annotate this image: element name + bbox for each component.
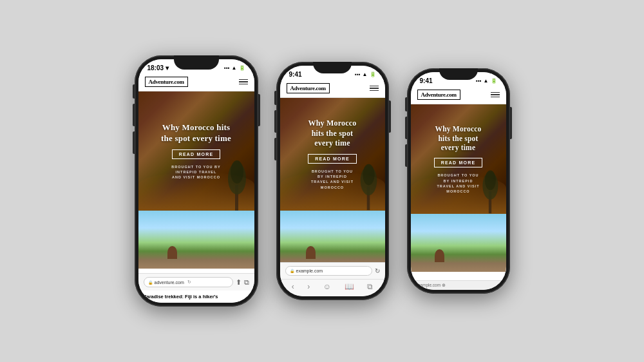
landscape-center (280, 211, 385, 262)
content-center (280, 211, 385, 262)
bottom-bar-center: 🔒 example.com ↻ (280, 262, 385, 279)
share-left[interactable]: ⬆ (236, 278, 242, 287)
tabs-center[interactable]: ⧉ (367, 282, 373, 291)
hero-overlay-center: Why Moroccohits the spotevery time READ … (280, 98, 385, 211)
bottom-bar-left: 🔒 adventure.com ↻ ⬆ ⧉ (138, 273, 254, 291)
refresh-center[interactable]: ↻ (375, 267, 380, 274)
lock-icon-left: 🔒 (148, 280, 153, 285)
screen-left: 18:03 ▾ ▪▪▪ ▲ 🔋 Adventure.com (138, 59, 254, 303)
emoji-center[interactable]: ☺ (323, 282, 331, 291)
nav-bar-center: Adventure.com (280, 81, 385, 98)
bottom-address-right: example.com ⊕ (411, 280, 506, 290)
book-center[interactable]: 📖 (345, 282, 354, 291)
hamburger-right[interactable] (491, 92, 500, 98)
notch-center (313, 62, 352, 73)
status-icons-center: ▪▪▪ ▲ 🔋 (355, 71, 375, 77)
notch-left (174, 55, 219, 70)
phone-center-wrapper: 9:41 ▪▪▪ ▲ 🔋 Adventure.com (276, 62, 389, 300)
hero-overlay-left: Why Morocco hitsthe spot every time READ… (138, 91, 254, 211)
hero-left: Why Morocco hitsthe spot every time READ… (138, 91, 254, 211)
mute-button-left (133, 84, 135, 99)
safari-toolbar-center: ‹ › ☺ 📖 ⧉ (280, 279, 385, 296)
tabs-left[interactable]: ⧉ (244, 278, 249, 287)
lock-icon-center: 🔒 (290, 269, 294, 273)
mute-button-right (405, 97, 407, 111)
forward-center[interactable]: › (307, 282, 310, 291)
address-text-left: adventure.com (155, 280, 184, 285)
power-button-center (389, 100, 391, 133)
hamburger-left[interactable] (239, 79, 248, 85)
back-center[interactable]: ‹ (292, 282, 294, 291)
notch-right (439, 68, 478, 80)
brought-by-right: BROUGHT TO YOUBY INTREPIDTRAVEL AND VISI… (437, 173, 479, 194)
nav-bar-left: Adventure.com (138, 74, 254, 91)
read-more-center[interactable]: READ MORE (308, 154, 357, 164)
address-text-right: example.com ⊕ (416, 283, 446, 287)
read-more-left[interactable]: READ MORE (172, 149, 221, 159)
screen-center: 9:41 ▪▪▪ ▲ 🔋 Adventure.com (280, 66, 385, 296)
address-bar-left[interactable]: 🔒 adventure.com ↻ (144, 277, 233, 287)
power-button-left (258, 94, 260, 126)
status-icons-right: ▪▪▪ ▲ 🔋 (476, 78, 497, 84)
brought-by-left: BROUGHT TO YOU BYINTREPID TRAVELAND VISI… (171, 164, 220, 180)
brought-by-center: BROUGHT TO YOUBY INTREPIDTRAVEL AND VISI… (311, 169, 354, 190)
vol-up-right (405, 117, 407, 139)
vol-down-right (405, 144, 407, 167)
phone-center: 9:41 ▪▪▪ ▲ 🔋 Adventure.com (276, 62, 389, 300)
bottom-text-left: Paradise trekked: Fiji is a hiker's (138, 291, 254, 303)
status-icons-left: ▪▪▪ ▲ 🔋 (224, 65, 245, 71)
mute-button-center (274, 91, 276, 105)
vol-down-left (133, 131, 135, 154)
read-more-right[interactable]: READ MORE (434, 158, 483, 167)
nav-bar-right: Adventure.com (411, 87, 506, 104)
vol-up-left (133, 104, 135, 126)
screen-right: 9:41 ▪▪▪ ▲ 🔋 Adventure.com (411, 72, 506, 290)
hero-title-center: Why Moroccohits the spotevery time (308, 119, 357, 149)
vol-down-center (274, 138, 276, 160)
phone-left: 18:03 ▾ ▪▪▪ ▲ 🔋 Adventure.com (135, 55, 258, 307)
landscape-left (138, 211, 254, 269)
phone-right-wrapper: 9:41 ▪▪▪ ▲ 🔋 Adventure.com (407, 68, 510, 294)
time-left: 18:03 ▾ (147, 64, 169, 71)
hero-right: Why Moroccohits the spotevery time READ … (411, 104, 506, 214)
hero-title-right: Why Moroccohits the spotevery time (435, 124, 482, 153)
content-right (411, 214, 506, 280)
hamburger-center[interactable] (370, 86, 379, 91)
logo-right: Adventure.com (417, 90, 460, 100)
reload-left: ↻ (187, 280, 191, 285)
phone-left-wrapper: 18:03 ▾ ▪▪▪ ▲ 🔋 Adventure.com (135, 55, 258, 307)
time-right: 9:41 (420, 77, 433, 84)
content-left (138, 211, 254, 273)
hero-title-left: Why Morocco hitsthe spot every time (161, 122, 231, 144)
landscape-right (411, 214, 506, 272)
vol-up-center (274, 110, 276, 133)
address-bar-center[interactable]: 🔒 example.com (285, 266, 372, 276)
hero-center: Why Moroccohits the spotevery time READ … (280, 98, 385, 211)
address-text-center: example.com (296, 269, 323, 273)
power-button-right (510, 107, 512, 139)
phone-right: 9:41 ▪▪▪ ▲ 🔋 Adventure.com (407, 68, 510, 294)
hero-overlay-right: Why Moroccohits the spotevery time READ … (411, 104, 506, 214)
logo-left: Adventure.com (145, 77, 188, 87)
logo-center: Adventure.com (287, 83, 330, 93)
time-center: 9:41 (289, 71, 302, 78)
